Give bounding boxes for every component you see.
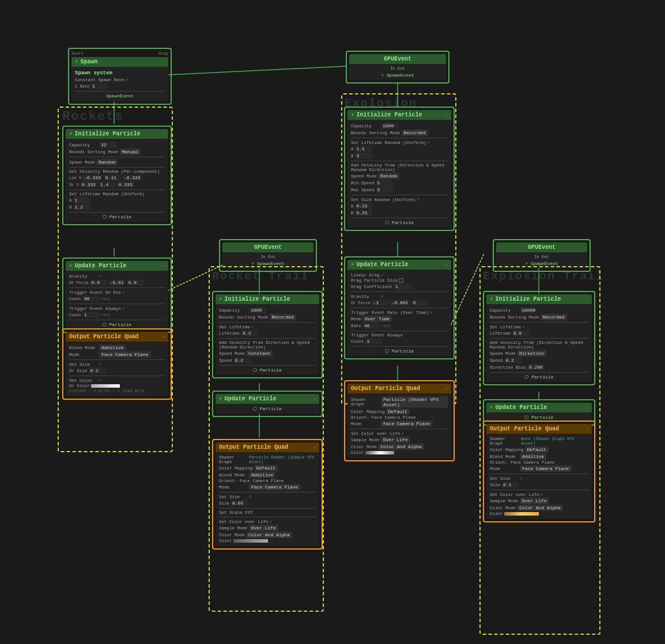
et-out-blend[interactable]: Additive bbox=[520, 453, 546, 460]
vel-y-min[interactable]: 0.333 bbox=[80, 181, 97, 188]
count-val[interactable]: 60 bbox=[82, 296, 100, 302]
rt-out-orient-val[interactable]: Face Camera Plane bbox=[249, 484, 301, 490]
rt-out-size-check bbox=[249, 494, 252, 499]
vel-y-max[interactable]: 0.333 bbox=[117, 181, 134, 188]
et-out-size-val[interactable]: 0.1 bbox=[501, 482, 519, 488]
et-dir-bias-val[interactable]: 0.286 bbox=[527, 364, 545, 370]
exp-out-shader-val[interactable]: Particle (Shader VFX Asset) bbox=[381, 396, 448, 408]
rt-out-size-label: Set Size bbox=[219, 495, 248, 499]
lt-b-val[interactable]: 1.2 bbox=[73, 204, 90, 210]
exp-speed-mode[interactable]: Random bbox=[378, 173, 399, 179]
exp-lt-b[interactable]: 3 bbox=[355, 153, 372, 159]
rt-init-menu[interactable]: ≡ bbox=[313, 297, 316, 302]
exp-out-color-swatch[interactable] bbox=[365, 451, 394, 454]
et-lt-val[interactable]: 0.9 bbox=[512, 330, 529, 336]
rt-out-scale-label: Set Scale XYZ bbox=[219, 510, 253, 515]
size-val[interactable]: 0.2 bbox=[89, 368, 106, 374]
bounds-value[interactable]: Manual bbox=[120, 149, 141, 155]
exp-min-speed[interactable]: 5 bbox=[376, 180, 393, 186]
exp-rate-mode[interactable]: Over Time bbox=[362, 316, 392, 322]
rockets-output-menu[interactable]: ≡ bbox=[163, 335, 165, 339]
exp-rate-min[interactable]: 40 bbox=[362, 323, 380, 329]
et-update-header: Update Particle ≡ bbox=[486, 403, 592, 412]
et-out-cm-val[interactable]: Default bbox=[525, 446, 549, 453]
always-count-val[interactable]: 1 bbox=[82, 312, 100, 318]
rt-output-title: Output Particle Quad bbox=[219, 444, 288, 450]
et-out-sample-val[interactable]: Over Life bbox=[520, 498, 549, 504]
rt-update-node: Update Particle ≡ ⬡ Particle bbox=[212, 391, 323, 417]
gpuevent-top-event: ⚡ SpawnEvent bbox=[353, 73, 443, 78]
rt-speed-val[interactable]: 0.2 bbox=[233, 357, 251, 363]
rt-bounds-val[interactable]: Recorded bbox=[270, 314, 296, 320]
rt-update-menu[interactable]: ≡ bbox=[313, 397, 316, 401]
et-out-color-swatch[interactable] bbox=[504, 512, 539, 516]
rt-out-color-mode-label: Color Mode bbox=[219, 533, 245, 537]
explosion-init-menu[interactable]: ≡ bbox=[445, 113, 448, 118]
color-swatch[interactable] bbox=[91, 384, 120, 388]
rt-out-cm-val[interactable]: Default bbox=[254, 465, 278, 471]
force-y[interactable]: -0.01 bbox=[108, 279, 126, 286]
rockets-init-menu[interactable]: ≡ bbox=[163, 132, 165, 137]
spawn-mode-val[interactable]: Random bbox=[96, 159, 118, 165]
explosion-update-menu[interactable]: ≡ bbox=[445, 263, 448, 267]
vel-x-min[interactable]: -0.333 bbox=[82, 175, 103, 181]
exp-out-sample-val[interactable]: Over Life bbox=[381, 437, 410, 443]
et-speed-val[interactable]: 0.2 bbox=[504, 357, 522, 363]
rt-out-shader-val[interactable]: Particle Shader (Simple VFX Asset) bbox=[249, 455, 316, 464]
cap-value[interactable]: 32 bbox=[99, 142, 116, 148]
vel-x-mid[interactable]: 0.11 bbox=[104, 175, 121, 181]
et-cap-val[interactable]: 10000 bbox=[520, 307, 537, 313]
rt-out-sample-val[interactable]: Over Life bbox=[249, 525, 278, 531]
rt-cap-val[interactable]: 1000 bbox=[249, 307, 266, 313]
et-output-menu[interactable]: ≡ bbox=[586, 427, 588, 431]
lt-a-val[interactable]: 1 bbox=[73, 197, 90, 203]
rt-out-size-val[interactable]: 0.05 bbox=[231, 500, 248, 506]
exp-size-b[interactable]: 0.25 bbox=[355, 210, 372, 216]
explosion-output-menu[interactable]: ≡ bbox=[445, 387, 448, 391]
exp-out-color-life-check bbox=[402, 431, 405, 436]
exp-lifetime-check bbox=[428, 140, 430, 145]
rt-output-menu[interactable]: ≡ bbox=[313, 445, 316, 450]
exp-max-speed[interactable]: 6 bbox=[376, 187, 393, 193]
exp-drag-coeff-val[interactable]: 1 bbox=[394, 283, 411, 290]
exp-lt-a[interactable]: 1.5 bbox=[355, 146, 372, 152]
et-output-node: Output Particle Quad ≡ Shader Graph None… bbox=[483, 421, 595, 522]
blend-val[interactable]: Additive bbox=[99, 344, 126, 351]
et-out-color-mode-val[interactable]: Color And Alpha bbox=[517, 505, 563, 511]
mode-val[interactable]: Face Camera Plane bbox=[99, 351, 151, 358]
vel-y-mid[interactable]: 1.4 bbox=[99, 181, 116, 188]
exp-vel-label: Add Velocity from (Direction & Speed Ran… bbox=[351, 163, 448, 172]
exp-force-y[interactable]: -0.001 bbox=[390, 300, 410, 306]
rt-lt-val[interactable]: 0.3 bbox=[241, 330, 258, 336]
rt-out-blend[interactable]: Additive bbox=[249, 472, 275, 478]
exp-drag-size-check[interactable] bbox=[399, 278, 403, 283]
rt-out-color-swatch[interactable] bbox=[233, 539, 268, 543]
exp-out-orient-val[interactable]: Face Camera Plane bbox=[381, 421, 433, 427]
rt-out-color-mode-val[interactable]: Color And Alpha bbox=[246, 532, 292, 538]
et-out-orient-val[interactable]: Face Camera Plane bbox=[520, 465, 572, 472]
exp-force-z[interactable]: 0 bbox=[411, 300, 428, 306]
et-update-menu[interactable]: ≡ bbox=[586, 406, 588, 410]
rockets-update-menu[interactable]: ≡ bbox=[163, 264, 165, 268]
et-bounds-val[interactable]: Recorded bbox=[541, 314, 567, 320]
exp-size-a[interactable]: 0.15 bbox=[355, 203, 372, 209]
rt-speed-mode[interactable]: Constant bbox=[246, 350, 273, 357]
vel-x-max[interactable]: -0.333 bbox=[122, 175, 142, 181]
color-val-label: Or Color bbox=[69, 384, 90, 388]
et-out-shader-val[interactable]: None (Shader Graph VFX Asset) bbox=[521, 437, 588, 446]
et-init-menu[interactable]: ≡ bbox=[586, 297, 588, 302]
part2-label: +ent bbox=[101, 313, 111, 317]
exp-cap-val[interactable]: 1000 bbox=[381, 123, 398, 129]
exp-out-color-map[interactable]: Default bbox=[386, 408, 410, 415]
size-val-label: Or Size bbox=[69, 369, 88, 373]
exp-bounds-val[interactable]: Recorded bbox=[402, 130, 428, 136]
rockets-output-header: Output Particle Quad ≡ bbox=[66, 332, 168, 342]
exp-out-cm-val[interactable]: Color And Alpha bbox=[378, 444, 424, 450]
force-x[interactable]: 0.0 bbox=[90, 279, 107, 286]
rate-value[interactable]: 1 bbox=[90, 83, 108, 89]
exp-force-x[interactable]: -1 bbox=[372, 300, 389, 306]
exp-always-count[interactable]: 1 bbox=[365, 338, 383, 344]
et-speed-mode[interactable]: Direction bbox=[517, 350, 546, 357]
force-z[interactable]: 0.0 bbox=[127, 279, 144, 286]
rt-init-particle: ⬡ Particle bbox=[219, 368, 316, 373]
